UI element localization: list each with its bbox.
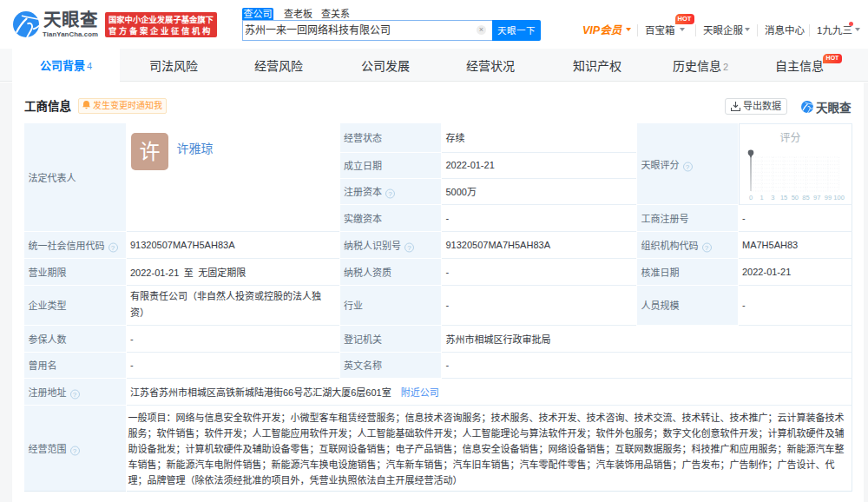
svg-text:0: 0 [748, 194, 752, 201]
svg-text:85: 85 [802, 194, 809, 201]
svg-text:99: 99 [824, 194, 831, 201]
svg-text:1: 1 [760, 194, 763, 201]
svg-text:3: 3 [771, 194, 774, 201]
svg-text:15: 15 [779, 194, 786, 201]
svg-text:100: 100 [833, 194, 845, 201]
svg-text:50: 50 [791, 194, 798, 201]
svg-text:评分: 评分 [779, 132, 800, 144]
svg-text:97: 97 [813, 194, 820, 201]
